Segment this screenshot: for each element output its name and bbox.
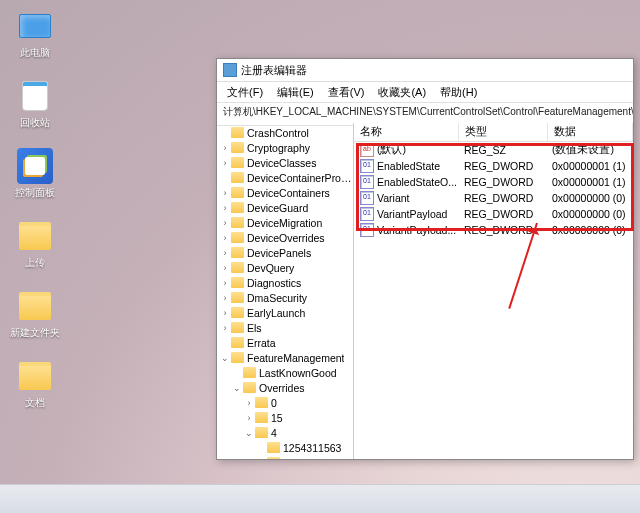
tree-twisty-icon[interactable]: › <box>219 188 231 198</box>
menu-item[interactable]: 查看(V) <box>322 83 371 102</box>
tree-label: 215754378 <box>283 457 336 460</box>
tree-node[interactable]: ›Cryptography <box>219 140 353 155</box>
tree-pane[interactable]: CrashControl›Cryptography›DeviceClassesD… <box>217 123 354 459</box>
folder-icon <box>231 337 244 348</box>
tree-twisty-icon[interactable]: › <box>219 278 231 288</box>
desktop-icon[interactable]: 新建文件夹 <box>8 288 62 354</box>
folder-icon <box>17 358 53 394</box>
tree-node[interactable]: ›DeviceContainers <box>219 185 353 200</box>
tree-node[interactable]: ⌄FeatureManagement <box>219 350 353 365</box>
desktop-icons-column: 此电脑回收站控制面板上传新建文件夹文档 <box>8 8 62 428</box>
tree-node[interactable]: CrashControl <box>219 125 353 140</box>
tree-twisty-icon[interactable]: ⌄ <box>243 428 255 438</box>
menu-item[interactable]: 收藏夹(A) <box>372 83 432 102</box>
folder-icon <box>243 382 256 393</box>
value-data: 0x00000000 (0) <box>546 224 633 236</box>
folder-icon <box>267 442 280 453</box>
tree-node[interactable]: ›DeviceClasses <box>219 155 353 170</box>
col-type[interactable]: 类型 <box>459 123 548 141</box>
folder-icon <box>17 288 53 324</box>
tree-label: 0 <box>271 397 277 409</box>
tree-node[interactable]: ›15 <box>219 410 353 425</box>
tree-twisty-icon[interactable]: ⌄ <box>219 353 231 363</box>
value-type-icon <box>360 175 374 189</box>
tree-twisty-icon[interactable]: › <box>219 248 231 258</box>
regedit-window: 注册表编辑器 文件(F)编辑(E)查看(V)收藏夹(A)帮助(H) 计算机\HK… <box>216 58 634 460</box>
tree-twisty-icon[interactable]: › <box>219 308 231 318</box>
tree-twisty-icon[interactable]: › <box>219 158 231 168</box>
cpl-icon <box>17 148 53 184</box>
tree-twisty-icon[interactable]: › <box>219 218 231 228</box>
folder-icon <box>231 232 244 243</box>
tree-twisty-icon[interactable]: › <box>219 143 231 153</box>
value-row[interactable]: EnabledStateREG_DWORD0x00000001 (1) <box>354 158 633 174</box>
tree-label: Els <box>247 322 262 334</box>
tree-twisty-icon[interactable]: › <box>243 413 255 423</box>
tree-label: 15 <box>271 412 283 424</box>
tree-node[interactable]: ›DeviceGuard <box>219 200 353 215</box>
folder-icon <box>231 157 244 168</box>
taskbar[interactable] <box>0 484 640 513</box>
tree-node[interactable]: ›0 <box>219 395 353 410</box>
tree-twisty-icon[interactable]: › <box>219 233 231 243</box>
tree-node[interactable]: LastKnownGood <box>219 365 353 380</box>
value-type: REG_DWORD <box>458 160 546 172</box>
tree-node[interactable]: ›Diagnostics <box>219 275 353 290</box>
titlebar[interactable]: 注册表编辑器 <box>217 59 633 82</box>
folder-icon <box>231 202 244 213</box>
value-row[interactable]: VariantPayloadREG_DWORD0x00000000 (0) <box>354 206 633 222</box>
tree-label: Errata <box>247 337 276 349</box>
tree-twisty-icon[interactable]: › <box>243 398 255 408</box>
values-header: 名称 类型 数据 <box>354 123 633 142</box>
tree-label: DevQuery <box>247 262 294 274</box>
value-name: VariantPayload <box>377 208 447 220</box>
tree-node[interactable]: ⌄4 <box>219 425 353 440</box>
tree-node[interactable]: DeviceContainerPropertyUpdateEvents <box>219 170 353 185</box>
desktop-icon[interactable]: 上传 <box>8 218 62 284</box>
tree-node[interactable]: ›DmaSecurity <box>219 290 353 305</box>
values-pane[interactable]: 名称 类型 数据 (默认)REG_SZ(数值未设置)EnabledStateRE… <box>354 123 633 459</box>
folder-icon <box>231 292 244 303</box>
value-type: REG_DWORD <box>458 176 546 188</box>
value-row[interactable]: VariantREG_DWORD0x00000000 (0) <box>354 190 633 206</box>
value-type-icon <box>360 191 374 205</box>
desktop-icon-label: 新建文件夹 <box>8 327 62 339</box>
value-row[interactable]: EnabledStateO...REG_DWORD0x00000001 (1) <box>354 174 633 190</box>
menu-item[interactable]: 帮助(H) <box>434 83 483 102</box>
value-name: Variant <box>377 192 410 204</box>
tree-node[interactable]: Errata <box>219 335 353 350</box>
desktop-icon[interactable]: 此电脑 <box>8 8 62 74</box>
tree-node[interactable]: ⌄Overrides <box>219 380 353 395</box>
tree-twisty-icon[interactable]: › <box>219 203 231 213</box>
value-row[interactable]: (默认)REG_SZ(数值未设置) <box>354 142 633 158</box>
value-data: 0x00000001 (1) <box>546 176 633 188</box>
tree-label: 4 <box>271 427 277 439</box>
tree-twisty-icon[interactable]: ⌄ <box>231 383 243 393</box>
tree-node[interactable]: ›DeviceOverrides <box>219 230 353 245</box>
tree-twisty-icon[interactable]: › <box>219 293 231 303</box>
menubar: 文件(F)编辑(E)查看(V)收藏夹(A)帮助(H) <box>217 82 633 103</box>
tree-twisty-icon[interactable]: › <box>219 263 231 273</box>
value-type: REG_SZ <box>458 144 546 156</box>
tree-twisty-icon[interactable]: › <box>219 323 231 333</box>
tree-node[interactable]: ›DevQuery <box>219 260 353 275</box>
tree-label: Diagnostics <box>247 277 301 289</box>
tree-node[interactable]: ›EarlyLaunch <box>219 305 353 320</box>
tree-node[interactable]: ›DeviceMigration <box>219 215 353 230</box>
tree-label: Cryptography <box>247 142 310 154</box>
desktop-icon-label: 此电脑 <box>8 47 62 59</box>
desktop-icon[interactable]: 文档 <box>8 358 62 424</box>
desktop-icon[interactable]: 控制面板 <box>8 148 62 214</box>
tree-node[interactable]: 1254311563 <box>219 440 353 455</box>
value-row[interactable]: VariantPayload...REG_DWORD0x00000000 (0) <box>354 222 633 238</box>
tree-node[interactable]: ›Els <box>219 320 353 335</box>
tree-node[interactable]: 215754378 <box>219 455 353 459</box>
tree-node[interactable]: ›DevicePanels <box>219 245 353 260</box>
col-data[interactable]: 数据 <box>548 123 633 141</box>
menu-item[interactable]: 编辑(E) <box>271 83 320 102</box>
col-name[interactable]: 名称 <box>354 123 459 141</box>
folder-icon <box>231 187 244 198</box>
desktop-icon[interactable]: 回收站 <box>8 78 62 144</box>
tree-label: DeviceContainers <box>247 187 330 199</box>
menu-item[interactable]: 文件(F) <box>221 83 269 102</box>
